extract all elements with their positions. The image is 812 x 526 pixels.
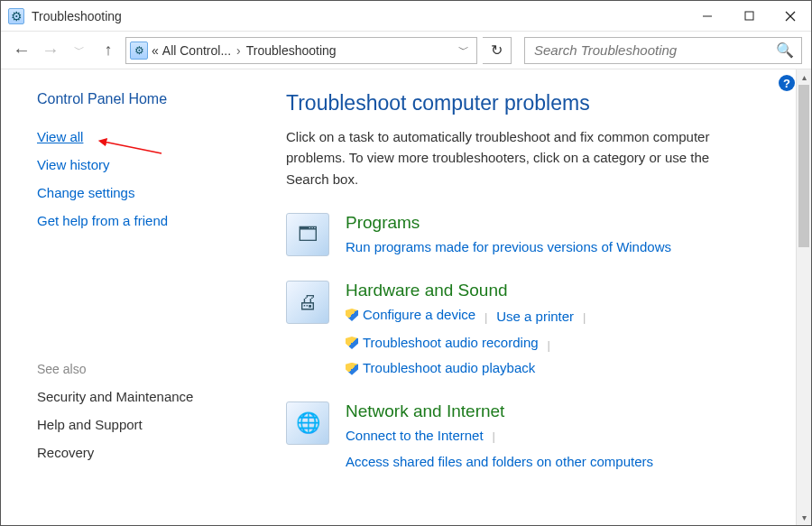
search-box[interactable]: 🔍 bbox=[524, 37, 802, 64]
up-button[interactable]: ↑ bbox=[97, 39, 120, 62]
sidebar-link-get-help[interactable]: Get help from a friend bbox=[37, 213, 245, 228]
shield-icon bbox=[346, 363, 358, 375]
link-audio-recording[interactable]: Troubleshoot audio recording bbox=[346, 332, 539, 355]
search-icon[interactable]: 🔍 bbox=[776, 42, 794, 59]
category-title-hardware[interactable]: Hardware and Sound bbox=[346, 281, 591, 300]
svg-rect-1 bbox=[745, 12, 753, 20]
sidebar-link-view-all[interactable]: View all bbox=[37, 129, 245, 144]
network-icon: 🌐 bbox=[286, 401, 329, 445]
category-programs: 🗔 Programs Run programs made for previou… bbox=[286, 213, 788, 263]
sidebar-link-view-history[interactable]: View history bbox=[37, 157, 245, 172]
see-also-recovery[interactable]: Recovery bbox=[37, 445, 245, 460]
link-connect-internet[interactable]: Connect to the Internet bbox=[346, 425, 484, 448]
maximize-button[interactable] bbox=[728, 1, 770, 31]
refresh-button[interactable]: ↻ bbox=[483, 37, 512, 64]
category-title-network[interactable]: Network and Internet bbox=[346, 401, 653, 421]
control-panel-home-link[interactable]: Control Panel Home bbox=[37, 91, 245, 107]
shield-icon bbox=[346, 309, 358, 321]
breadcrumb-prefix: « bbox=[152, 43, 159, 58]
address-dropdown-icon[interactable]: ﹀ bbox=[455, 42, 473, 58]
minimize-button[interactable] bbox=[687, 1, 728, 31]
link-audio-playback[interactable]: Troubleshoot audio playback bbox=[346, 357, 535, 380]
hardware-icon: 🖨 bbox=[286, 281, 329, 324]
window-controls bbox=[687, 1, 811, 31]
breadcrumb-item-2[interactable]: Troubleshooting bbox=[246, 43, 337, 58]
titlebar: ⚙ Troubleshooting bbox=[1, 1, 811, 32]
programs-icon: 🗔 bbox=[286, 213, 329, 256]
link-use-printer[interactable]: Use a printer bbox=[496, 306, 574, 328]
main-pane: ? Troubleshoot computer problems Click o… bbox=[263, 69, 811, 525]
window-title: Troubleshooting bbox=[32, 9, 122, 23]
link-configure-device[interactable]: Configure a device bbox=[346, 304, 475, 327]
scroll-down-icon[interactable]: ▾ bbox=[797, 510, 811, 525]
link-run-programs-previous[interactable]: Run programs made for previous versions … bbox=[346, 236, 671, 259]
see-also-security[interactable]: Security and Maintenance bbox=[37, 389, 245, 404]
see-also-help[interactable]: Help and Support bbox=[37, 417, 245, 432]
app-icon: ⚙ bbox=[8, 8, 24, 24]
link-access-shared[interactable]: Access shared files and folders on other… bbox=[346, 451, 653, 474]
intro-text: Click on a task to automatically trouble… bbox=[286, 126, 746, 189]
shield-icon bbox=[346, 337, 358, 349]
category-hardware: 🖨 Hardware and Sound Configure a device … bbox=[286, 281, 788, 384]
nav-row: ← → ﹀ ↑ ⚙ « All Control... › Troubleshoo… bbox=[1, 32, 811, 69]
back-button[interactable]: ← bbox=[10, 39, 33, 62]
sidebar-link-change-settings[interactable]: Change settings bbox=[37, 185, 245, 200]
category-title-programs[interactable]: Programs bbox=[346, 213, 671, 233]
chevron-right-icon[interactable]: › bbox=[235, 43, 243, 58]
content-area: Control Panel Home View all View history… bbox=[1, 69, 811, 525]
sidebar: Control Panel Home View all View history… bbox=[1, 69, 263, 525]
page-heading: Troubleshoot computer problems bbox=[286, 91, 788, 115]
breadcrumb-item-1[interactable]: All Control... bbox=[162, 43, 231, 58]
help-icon[interactable]: ? bbox=[779, 75, 795, 91]
address-bar[interactable]: ⚙ « All Control... › Troubleshooting ﹀ bbox=[125, 37, 477, 64]
address-icon: ⚙ bbox=[130, 42, 148, 60]
see-also-heading: See also bbox=[37, 362, 245, 376]
recent-dropdown[interactable]: ﹀ bbox=[68, 39, 91, 62]
category-network: 🌐 Network and Internet Connect to the In… bbox=[286, 401, 788, 477]
search-input[interactable] bbox=[532, 42, 776, 59]
scrollbar[interactable]: ▴ ▾ bbox=[796, 69, 811, 525]
scroll-up-icon[interactable]: ▴ bbox=[797, 69, 811, 85]
scroll-thumb[interactable] bbox=[798, 85, 809, 247]
forward-button[interactable]: → bbox=[39, 39, 62, 62]
close-button[interactable] bbox=[770, 1, 811, 31]
